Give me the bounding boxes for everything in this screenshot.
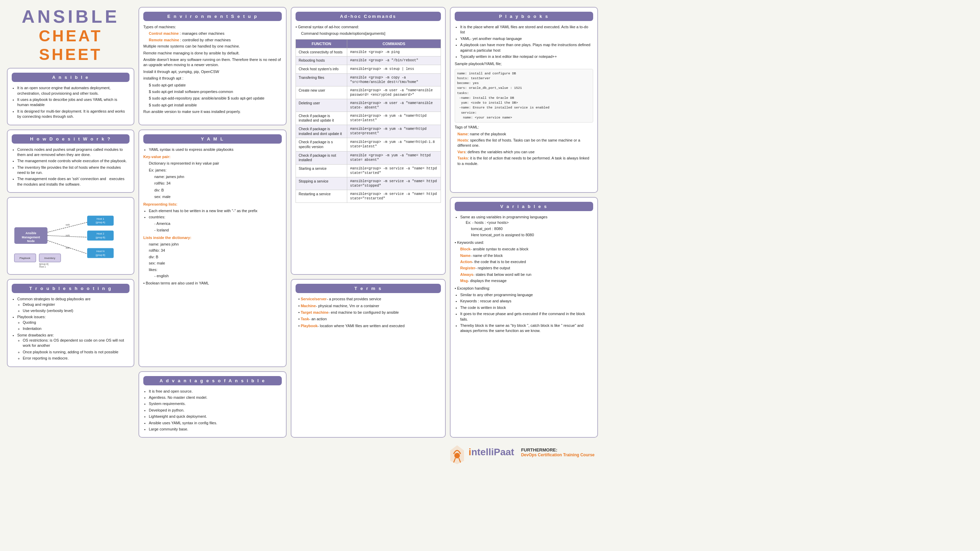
adv-point4: Developed in python. <box>149 408 282 413</box>
yaml-section: Y A M L YAML syntax is used to express a… <box>138 130 286 367</box>
yaml-ex: Ex: james: <box>149 168 282 173</box>
adhoc-function: Rebooting hosts <box>296 57 347 65</box>
how-point4: The management node does an 'ssh' connec… <box>17 176 129 187</box>
pb-point4: Typically written in a text editor like … <box>460 54 593 59</box>
env-point1: Multiple remote systems can be handled b… <box>143 44 282 49</box>
adhoc-function: Transfering files <box>296 73 347 86</box>
adhoc-row: Transfering files#ansible <group> -m cop… <box>296 73 441 86</box>
adhoc-col-function: FUNCTION <box>296 39 347 48</box>
yaml-boolean: • Boolean terms are also used in YAML <box>143 281 282 286</box>
pb-tag-tasks: Tasks: it is the list of action that nee… <box>457 156 593 166</box>
adhoc-table: FUNCTION COMMANDS Check connectivity of … <box>296 39 441 203</box>
yaml-country1: - America <box>154 221 282 226</box>
furthermore-label: FURTHERMORE: <box>521 447 595 453</box>
svg-text:Inventory: Inventory <box>45 257 56 260</box>
ansible-point1: It is an open source engine that automat… <box>17 86 129 96</box>
svg-text:ssh: ssh <box>66 234 70 237</box>
pb-tag-name: Name: name of the playbook <box>457 132 593 137</box>
adv-header: A d v a n t a g e s o f A n s i b l e <box>143 376 282 385</box>
term1: • Service/server- a process that provide… <box>298 297 441 302</box>
playbooks-section: P l a y b o o k s It is the place where … <box>450 7 598 193</box>
adhoc-function: Deleting user <box>296 99 347 111</box>
adhoc-function: Restarting a service <box>296 190 347 203</box>
env-point5: installing it through apt : <box>143 76 282 81</box>
term5: • Playbook- location where YAMI files ar… <box>298 323 441 329</box>
trouble-sub3: Quoting <box>23 320 129 325</box>
yaml-ld4: sex: male <box>149 261 282 266</box>
intellipaat-logo: intelliPaat <box>449 443 514 461</box>
trouble-sub5: OS restrictions: is OS dependent so code… <box>23 338 129 348</box>
adhoc-row: Check if package is installed and dont u… <box>296 125 441 138</box>
adhoc-command: #ansible<group> -m service -a "name= htt… <box>347 177 441 190</box>
svg-text:Host 1: Host 1 <box>39 265 46 268</box>
env-point4: Install it through apt, yumpkg, pip, Ope… <box>143 69 282 75</box>
adhoc-row: Check host system's info#ansible<group> … <box>296 65 441 74</box>
adhoc-command: #ansible<group> -m service -a "name= htt… <box>347 190 441 203</box>
ansible-section: A n s i b l e It is an open source engin… <box>7 68 134 125</box>
ansible-header: A n s i b l e <box>12 73 129 82</box>
intellipaat-text: intelliPaat <box>468 447 514 458</box>
pb-tag-hosts: Hosts: specifies the list of hosts. Task… <box>457 138 593 148</box>
variables-section: V a r i a b l e s Same as using variable… <box>450 197 598 438</box>
advantages-section: A d v a n t a g e s o f A n s i b l e It… <box>138 371 286 438</box>
adhoc-row: Deleting user#ansible<group> -m user -a … <box>296 99 441 111</box>
adhoc-command: #ansible<group> -m yum -a "name=httpd st… <box>347 125 441 138</box>
adhoc-command: #ansible <group> -m copy -a "src=home/an… <box>347 73 441 86</box>
svg-text:(group A): (group A) <box>96 221 105 224</box>
adhoc-command: #ansible<group> -m user -a "name=ansible… <box>347 86 441 99</box>
adhoc-function: Create new user <box>296 86 347 99</box>
adhoc-function: Check if package is installed and update… <box>296 111 347 125</box>
var-exception-label: • Exception handling: <box>455 286 593 291</box>
trouble-sub7: Error reporting is mediocre. <box>23 356 129 361</box>
yaml-ld1: name: james john <box>149 242 282 247</box>
adhoc-row: Check if package is not installed#ansibl… <box>296 151 441 164</box>
trouble-header: T r o u b l e s h o o t i n g <box>12 284 129 293</box>
adhoc-function: Check host system's info <box>296 65 347 74</box>
adhoc-col-commands: COMMANDS <box>347 39 441 48</box>
yaml-ld5: likes: <box>149 267 282 272</box>
adhoc-row: Rebooting hosts#ansible <group> -a "/bin… <box>296 57 441 65</box>
env-types-label: Types of machines: <box>143 24 282 30</box>
svg-text:ssh: ssh <box>66 246 70 250</box>
adv-point2: Agentless. No master client model. <box>149 395 282 400</box>
yaml-list-point2: countries: <box>149 214 282 220</box>
diagram-svg: Ansible Management Node ssh ssh ssh Host… <box>11 201 130 270</box>
adhoc-command: #ansible<group> -m yum -a "name=httpd-1.… <box>347 138 441 151</box>
var-kw3: Action- the code that is to be executed <box>460 259 593 265</box>
ansible-point3: It is designed for multi-tier deployment… <box>17 109 129 119</box>
env-cmd4: $ sudo apt-get install ansible <box>149 103 282 108</box>
env-setup-header: E n v i r o n m e n t S e t u p <box>143 12 282 21</box>
var-exc2: Keywords : rescue and always <box>460 299 593 304</box>
adv-point5: Lightweight and quick deployment. <box>149 414 282 419</box>
var-ex2: tomcat_port : 8080 <box>466 226 593 232</box>
adhoc-function: Check if package is not installed <box>296 151 347 164</box>
var-point1: Same as using variables in programming l… <box>460 214 593 238</box>
how-point1: Connects nodes and pushes small programs… <box>17 147 129 158</box>
env-last: Run ansible version to make sure it was … <box>143 109 282 114</box>
svg-point-25 <box>454 453 460 458</box>
adhoc-function: Starting a service <box>296 164 347 177</box>
svg-text:Host N: Host N <box>97 250 104 253</box>
env-point3: Ansible doesn't leave any software runni… <box>143 57 282 68</box>
how-header: H o w D o e s i t W o r k ? <box>12 134 129 144</box>
adv-point3: System requirements. <box>149 401 282 407</box>
yaml-kv4: sex: male <box>154 194 282 199</box>
how-section: H o w D o e s i t W o r k ? Connects nod… <box>7 130 134 193</box>
yaml-ld3: div: B <box>149 254 282 260</box>
adhoc-row: Restarting a service#ansible<group> -m s… <box>296 190 441 203</box>
yaml-point1: YAML syntax is used to express ansible p… <box>149 147 282 152</box>
adv-point1: It is free and open source. <box>149 389 282 394</box>
yaml-ld2: rollNo: 34 <box>149 248 282 253</box>
diagram-section: Ansible Management Node ssh ssh ssh Host… <box>7 197 134 275</box>
devops-course: DevOps Certification Training Course <box>521 453 595 457</box>
yaml-kv3: div: B <box>154 188 282 193</box>
yaml-kv-desc: Dictionary is represented in key value p… <box>149 161 282 166</box>
pb-point3: A playbook can have more than one plays.… <box>460 42 593 53</box>
var-exc5: Thereby block is the same as "try block … <box>460 323 593 334</box>
var-kw2: Name- name of the block <box>460 253 593 258</box>
adhoc-command: #ansible<group> -m user -a "name=ansible… <box>347 99 441 111</box>
adhoc-command: #ansible<group> -m steup | less <box>347 65 441 74</box>
var-keywords-label: • Keywords used: <box>455 240 593 245</box>
main-title: ANSIBLE <box>7 7 134 27</box>
adhoc-row: Stopping a service#ansible<group> -m ser… <box>296 177 441 190</box>
